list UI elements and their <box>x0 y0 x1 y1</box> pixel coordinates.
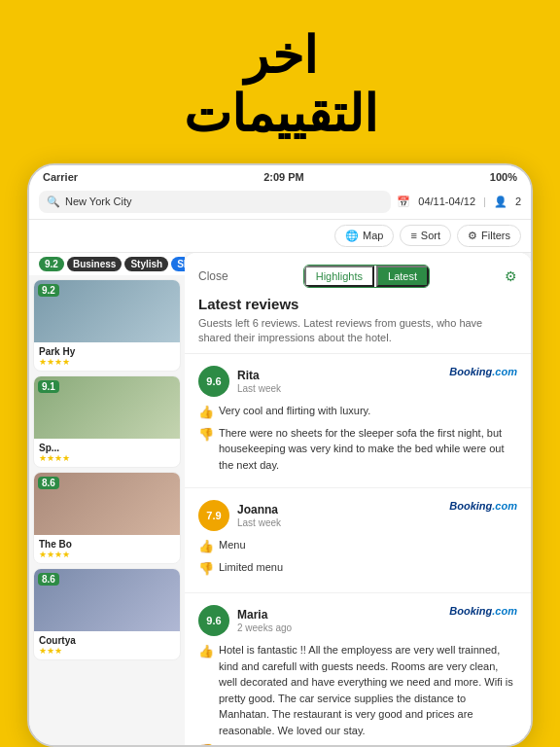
search-icon: 🔍 <box>47 196 60 208</box>
hotel-image-1: 9.2 <box>34 280 180 342</box>
date-guests-bar[interactable]: 📅 04/11-04/12 | 👤 2 <box>397 196 521 208</box>
review-item-2: 7.9 Joanna Last week Booking.com 👍 Men <box>185 488 531 593</box>
thumbup-icon-3: 👍 <box>198 642 214 661</box>
status-bar: Carrier 2:09 PM 100% <box>29 165 531 187</box>
dates-text: 04/11-04/12 <box>418 196 475 207</box>
action-buttons-bar: 🌐 Map ≡ Sort ⚙ Filters <box>29 220 531 253</box>
review-negative-3: 👎 No problems at all ! The hotel and its… <box>198 741 517 745</box>
review-positive-1: 👍 Very cool and flirting with luxury. <box>198 403 517 422</box>
hotel-stars-4: ★★★ <box>39 646 175 656</box>
booking-logo-2: Booking.com <box>449 500 517 512</box>
battery-indicator: 100% <box>490 171 517 183</box>
hotel-badge-3: 8.6 <box>38 477 59 489</box>
hotel-list: 9.2 Business Stylish Shopping Wellness 9… <box>29 253 185 745</box>
hotel-card-2[interactable]: 9.1 Sp... ★★★★ <box>33 375 181 468</box>
reviews-panel-header: Close Highlights Latest ⚙ Latest reviews… <box>185 253 531 355</box>
hotel-name-2: Sp... <box>39 443 175 453</box>
review-top-1: 9.6 Rita Last week Booking.com <box>198 366 517 397</box>
hotel-badge-4: 8.6 <box>38 573 59 586</box>
thumbup-icon-2: 👍 <box>198 537 214 556</box>
stylish-tag[interactable]: Stylish <box>124 257 168 271</box>
hotel-name-3: The Bo <box>39 539 175 550</box>
guests-count: 2 <box>515 196 521 207</box>
location-text: New York City <box>65 196 131 207</box>
reviews-filter-icon[interactable]: ⚙ <box>505 268 517 284</box>
close-panel-button[interactable]: Close <box>198 269 228 283</box>
app-header: اخر التقييمات <box>0 0 560 163</box>
filters-button[interactable]: ⚙ Filters <box>457 225 521 247</box>
score-tag: 9.2 <box>39 257 64 271</box>
reviewer-score-1: 9.6 <box>198 366 229 397</box>
map-button[interactable]: 🌐 Map <box>334 225 394 247</box>
thumbdown-icon-3: 👎 <box>198 741 214 745</box>
hotel-badge-2: 9.1 <box>38 380 59 393</box>
sort-button[interactable]: ≡ Sort <box>400 225 451 246</box>
carrier-text: Carrier <box>43 171 78 183</box>
category-tags: 9.2 Business Stylish Shopping Wellness <box>29 253 185 275</box>
hotel-image-2: 9.1 <box>34 376 180 439</box>
reviewer-info-2: 7.9 Joanna Last week <box>198 500 281 531</box>
reviewer-date-3: 2 weeks ago <box>237 622 292 633</box>
reviewer-date-2: Last week <box>237 517 281 528</box>
search-bar[interactable]: 🔍 New York City 📅 04/11-04/12 | 👤 2 <box>29 187 531 220</box>
review-positive-2: 👍 Menu <box>198 537 517 556</box>
hotel-card-4[interactable]: 8.6 Courtya ★★★ <box>33 568 181 660</box>
device-frame: Carrier 2:09 PM 100% 🔍 New York City 📅 0… <box>27 163 533 747</box>
review-top-3: 9.6 Maria 2 weeks ago Booking.com <box>198 605 517 636</box>
header-arabic-text: اخر التقييمات <box>19 27 541 144</box>
time-display: 2:09 PM <box>263 171 304 183</box>
thumbdown-icon: 👎 <box>198 425 214 445</box>
booking-logo-3: Booking.com <box>449 605 517 617</box>
filter-icon: ⚙ <box>468 230 477 242</box>
guests-icon: 👤 <box>494 196 508 208</box>
review-negative-1: 👎 There were no sheets for the sleeper s… <box>198 425 517 474</box>
tab-latest-button[interactable]: Latest <box>376 266 429 287</box>
review-item-3: 9.6 Maria 2 weeks ago Booking.com 👍 Ho <box>185 593 531 745</box>
reviewer-name-3: Maria <box>237 608 292 622</box>
shopping-tag[interactable]: Shopping <box>171 257 185 271</box>
reviewer-name-2: Joanna <box>237 503 281 516</box>
review-negative-2: 👎 Limited menu <box>198 559 517 579</box>
booking-logo-1: Booking.com <box>449 366 517 377</box>
review-positive-3: 👍 Hotel is fantastic !! All the employes… <box>198 642 517 738</box>
reviews-nav: Close Highlights Latest ⚙ <box>198 265 517 288</box>
hotel-stars-2: ★★★★ <box>39 453 175 463</box>
reviewer-info-3: 9.6 Maria 2 weeks ago <box>198 605 292 636</box>
reviews-panel: Close Highlights Latest ⚙ Latest reviews… <box>185 253 531 745</box>
hotel-badge-1: 9.2 <box>38 284 59 297</box>
review-tabs: Highlights Latest <box>303 265 430 288</box>
reviewer-date-1: Last week <box>237 383 281 394</box>
hotel-card-3[interactable]: 8.6 The Bo ★★★★ <box>33 472 181 564</box>
hotel-image-4: 8.6 <box>34 569 180 631</box>
hotel-card-1[interactable]: 9.2 Park Hy ★★★★ <box>33 279 181 372</box>
globe-icon: 🌐 <box>345 230 359 242</box>
tab-highlights-button[interactable]: Highlights <box>304 266 374 287</box>
hotel-name-4: Courtya <box>39 635 175 646</box>
hotel-image-3: 8.6 <box>34 473 180 535</box>
reviews-panel-title: Latest reviews <box>198 296 517 312</box>
reviewer-score-3: 9.6 <box>198 605 229 636</box>
hotel-name-1: Park Hy <box>39 346 175 357</box>
hotel-stars-1: ★★★★ <box>39 357 175 367</box>
sort-icon: ≡ <box>410 230 416 241</box>
thumbup-icon: 👍 <box>198 403 214 422</box>
reviews-panel-subtitle: Guests left 6 reviews. Latest reviews fr… <box>198 316 517 346</box>
reviewer-info-1: 9.6 Rita Last week <box>198 366 281 397</box>
thumbdown-icon-2: 👎 <box>198 559 214 579</box>
main-content: 9.2 Business Stylish Shopping Wellness 9… <box>29 253 531 745</box>
review-top-2: 7.9 Joanna Last week Booking.com <box>198 500 517 531</box>
reviewer-name-1: Rita <box>237 369 281 382</box>
location-search[interactable]: 🔍 New York City <box>39 191 391 213</box>
business-tag[interactable]: Business <box>67 257 122 271</box>
review-item-1: 9.6 Rita Last week Booking.com 👍 Very <box>185 354 531 488</box>
hotel-detail: The Box House Hotel Very cool and flirti… <box>185 253 531 745</box>
hotel-stars-3: ★★★★ <box>39 550 175 559</box>
calendar-icon: 📅 <box>397 196 410 208</box>
reviewer-score-2: 7.9 <box>198 500 229 531</box>
